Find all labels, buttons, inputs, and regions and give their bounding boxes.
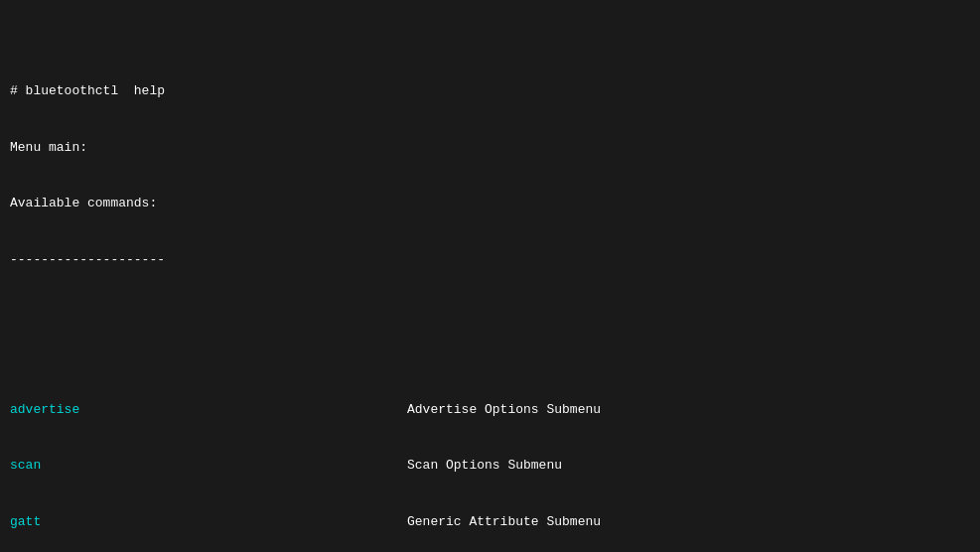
terminal-output: # bluetoothctl help Menu main: Available…: [10, 8, 970, 552]
available-commands: Available commands:: [10, 195, 970, 213]
list-item: advertise Advertise Options Submenu: [10, 401, 970, 420]
menu-main: Menu main:: [10, 139, 970, 158]
cmd-gatt: gatt: [10, 513, 407, 532]
header-section: # bluetoothctl help Menu main: Available…: [10, 46, 970, 308]
cmd-scan: scan: [10, 457, 407, 476]
desc-advertise: Advertise Options Submenu: [407, 401, 970, 420]
commands-section: advertise Advertise Options Submenu scan…: [10, 363, 970, 552]
desc-gatt: Generic Attribute Submenu: [407, 513, 970, 532]
list-item: gatt Generic Attribute Submenu: [10, 513, 970, 532]
cmd-advertise: advertise: [10, 401, 407, 420]
desc-scan: Scan Options Submenu: [407, 457, 970, 476]
list-item: scan Scan Options Submenu: [10, 457, 970, 476]
command-line: # bluetoothctl help: [10, 82, 970, 101]
separator: --------------------: [10, 251, 970, 270]
